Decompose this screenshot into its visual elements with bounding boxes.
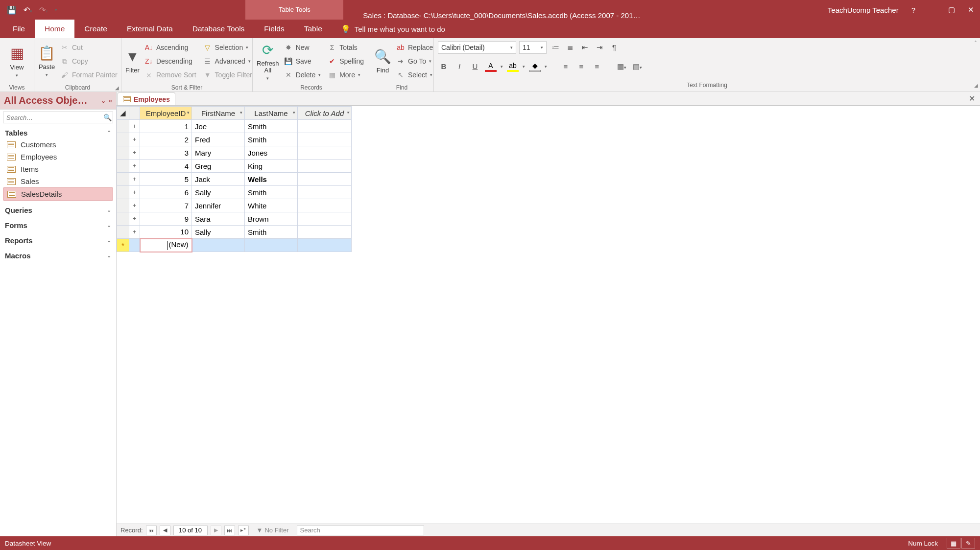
table-row[interactable]: +10SallySmith (117, 226, 352, 239)
table-row[interactable]: +4GregKing (117, 160, 352, 173)
indent-decrease-icon[interactable]: ⇤ (579, 42, 591, 53)
filter-indicator[interactable]: ▼No Filter (257, 527, 289, 534)
row-selector[interactable] (117, 226, 129, 239)
totals-button[interactable]: ΣTotals (326, 41, 366, 54)
font-color-button[interactable]: A (485, 62, 497, 72)
row-selector[interactable] (117, 133, 129, 146)
row-selector[interactable] (117, 199, 129, 212)
expand-row-button[interactable]: + (129, 133, 140, 146)
cell-id[interactable]: 5 (140, 173, 192, 186)
column-employeeid[interactable]: EmployeeID▾ (140, 107, 192, 120)
alternate-row-button[interactable]: ▤▾ (631, 61, 643, 72)
advanced-button[interactable]: ☰Advanced▾ (201, 55, 254, 68)
row-selector[interactable] (117, 173, 129, 186)
nav-group-reports[interactable]: Reports⌄ (3, 235, 113, 246)
nav-group-tables[interactable]: Tables⌃ (3, 127, 113, 138)
align-center-icon[interactable]: ≡ (575, 61, 587, 72)
cell-id[interactable]: 2 (140, 133, 192, 146)
more-button[interactable]: ▦More▾ (326, 69, 366, 81)
gridlines-button[interactable]: ▦▾ (616, 61, 627, 72)
table-row[interactable]: +5JackWells (117, 173, 352, 186)
prev-record-button[interactable]: ◀ (160, 526, 170, 535)
tab-create[interactable]: Create (74, 20, 117, 38)
datasheet-grid[interactable]: ◢ EmployeeID▾ FirstName▾ LastName▾ Click… (117, 106, 980, 524)
cell-empty[interactable] (298, 146, 352, 160)
cell-id[interactable]: 4 (140, 160, 192, 173)
align-left-icon[interactable]: ≡ (560, 61, 572, 72)
nav-table-employees[interactable]: Employees (3, 151, 113, 163)
tab-external-data[interactable]: External Data (117, 20, 183, 38)
expand-row-button[interactable]: + (129, 146, 140, 160)
nav-table-sales[interactable]: Sales (3, 175, 113, 187)
font-size-combo[interactable]: 11▾ (519, 41, 547, 54)
nav-group-queries[interactable]: Queries⌄ (3, 205, 113, 216)
tab-table[interactable]: Table (294, 20, 332, 38)
cell-firstname[interactable]: Sara (192, 212, 245, 226)
cell-empty[interactable] (298, 199, 352, 212)
cell-empty[interactable] (298, 120, 352, 133)
tab-database-tools[interactable]: Database Tools (183, 20, 255, 38)
align-right-icon[interactable]: ≡ (591, 61, 603, 72)
cell-lastname[interactable]: Smith (245, 186, 298, 199)
cell-new-id[interactable]: (New) (140, 239, 192, 252)
cell-id[interactable]: 6 (140, 186, 192, 199)
cell-lastname[interactable]: Wells (245, 173, 298, 186)
last-record-button[interactable]: ⏭ (224, 526, 235, 535)
table-row[interactable]: +9SaraBrown (117, 212, 352, 226)
table-row[interactable]: +7JenniferWhite (117, 199, 352, 212)
new-row-selector[interactable]: * (117, 239, 129, 252)
cell-firstname[interactable]: Jack (192, 173, 245, 186)
maximize-button[interactable]: ▢ (948, 5, 955, 14)
filter-button[interactable]: ▼ Filter (125, 41, 140, 81)
cell-lastname[interactable]: Jones (245, 146, 298, 160)
cell-empty[interactable] (298, 186, 352, 199)
tell-me-search[interactable]: 💡 Tell me what you want to do (332, 20, 445, 38)
new-record-row[interactable]: *(New) (117, 239, 352, 252)
tab-home[interactable]: Home (35, 20, 74, 38)
cell-id[interactable]: 3 (140, 146, 192, 160)
cell-id[interactable]: 1 (140, 120, 192, 133)
column-click-to-add[interactable]: Click to Add▾ (298, 107, 352, 120)
text-dialog-launcher[interactable]: ◢ (974, 83, 978, 88)
cell-lastname[interactable] (245, 239, 298, 252)
spelling-button[interactable]: ✔Spelling (326, 55, 366, 68)
column-lastname[interactable]: LastName▾ (245, 107, 298, 120)
paste-button[interactable]: 📋 Paste ▾ (38, 41, 55, 81)
expand-row-button[interactable]: + (129, 212, 140, 226)
cell-empty[interactable] (298, 160, 352, 173)
italic-button[interactable]: I (454, 61, 465, 72)
cell-firstname[interactable] (192, 239, 245, 252)
expand-row-button[interactable]: + (129, 120, 140, 133)
table-row[interactable]: +3MaryJones (117, 146, 352, 160)
cell-id[interactable]: 10 (140, 226, 192, 239)
table-row[interactable]: +1JoeSmith (117, 120, 352, 133)
cell-lastname[interactable]: King (245, 160, 298, 173)
view-button[interactable]: ▦ View ▾ (4, 41, 30, 81)
nav-collapse-icon[interactable]: « (109, 97, 112, 104)
cell-empty[interactable] (298, 133, 352, 146)
cell-firstname[interactable]: Jennifer (192, 199, 245, 212)
nav-search[interactable]: 🔍 (3, 112, 113, 123)
row-selector[interactable] (117, 160, 129, 173)
indent-increase-icon[interactable]: ⇥ (594, 42, 605, 53)
table-row[interactable]: +6SallySmith (117, 186, 352, 199)
save-button[interactable]: 💾Save (282, 55, 323, 68)
new-record-button[interactable]: ▸* (238, 526, 249, 535)
record-search-input[interactable] (297, 526, 424, 535)
datasheet-view-button[interactable]: ▦ (947, 538, 960, 549)
nav-search-input[interactable] (3, 114, 102, 121)
expand-row-button[interactable]: + (129, 199, 140, 212)
descending-button[interactable]: Z↓Descending (143, 55, 198, 68)
row-selector[interactable] (117, 186, 129, 199)
next-record-button[interactable]: ▶ (211, 526, 221, 535)
expand-row-button[interactable]: + (129, 186, 140, 199)
nav-table-salesdetails[interactable]: SalesDetails (3, 187, 113, 201)
delete-button[interactable]: ✕Delete▾ (282, 69, 323, 81)
tab-fields[interactable]: Fields (254, 20, 294, 38)
expand-row-button[interactable]: + (129, 173, 140, 186)
tab-file[interactable]: File (3, 20, 35, 38)
fill-color-button[interactable]: ◆ (529, 62, 541, 72)
refresh-all-button[interactable]: ⟳ Refresh All ▾ (257, 41, 279, 81)
cell-empty[interactable] (298, 212, 352, 226)
bold-button[interactable]: B (438, 61, 450, 72)
